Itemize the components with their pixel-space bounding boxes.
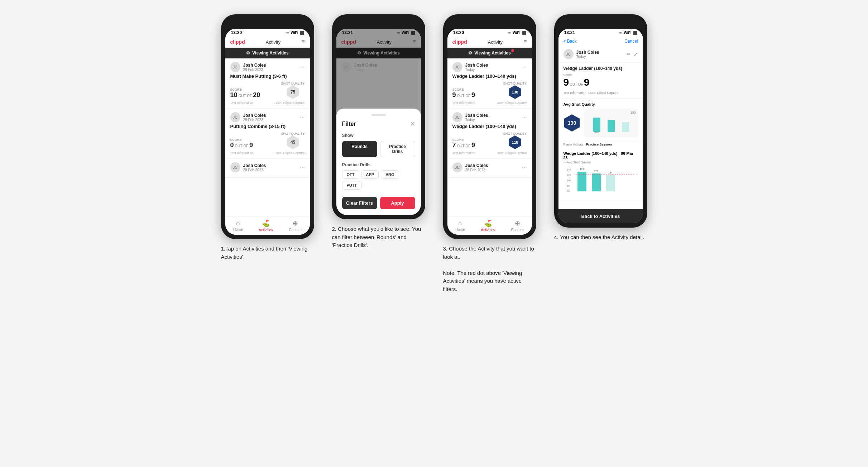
- nav-home-1[interactable]: ⌂ Home: [233, 219, 243, 232]
- dots-menu-3-2[interactable]: ···: [522, 114, 527, 120]
- nav-activities-3[interactable]: ⛳ Activities: [481, 219, 495, 232]
- user-info-1-1: JC Josh Coles 28 Feb 2023: [230, 62, 266, 72]
- rounds-btn-2[interactable]: Rounds: [342, 141, 377, 157]
- shot-quality-hex-3-2: 118: [508, 135, 522, 149]
- score-lbl-4: Score: [564, 73, 590, 77]
- red-dot-3: [511, 49, 514, 52]
- card-footer-3-1: Test Information Data: Clippd Capture: [452, 101, 527, 105]
- score-label-3-1: Score: [452, 88, 475, 91]
- activity-title-1-2: Putting Combine (3-15 ft): [230, 124, 305, 129]
- sub-chart-svg-4: 140 120 100 80 60 132 129 124: [564, 166, 638, 195]
- svg-text:129: 129: [594, 170, 598, 172]
- nav-activities-1[interactable]: ⛳ Activities: [259, 219, 273, 232]
- user-name-3-3: Josh Coles: [465, 163, 488, 168]
- test-info-4: Test Information: [564, 91, 586, 95]
- detail-scroll-4[interactable]: Wedge Ladder (100–140 yds) Score 9 OUT O…: [558, 62, 643, 209]
- battery-icon-3: ⬛: [522, 31, 526, 35]
- dots-menu-1-1[interactable]: ···: [300, 64, 304, 70]
- user-date-1-1: 28 Feb 2023: [243, 68, 266, 72]
- shot-quality-hex-3-1: 130: [508, 85, 522, 99]
- svg-rect-13: [606, 175, 615, 191]
- nav-home-label-1: Home: [233, 228, 243, 232]
- status-bar-3: 13:20 ▪▪▪ WiFi ⬛: [447, 29, 532, 37]
- nav-capture-3[interactable]: ⊕ Capture: [511, 219, 524, 232]
- outof-val-3-2: 9: [471, 142, 475, 149]
- back-to-activities-btn-4[interactable]: Back to Activities: [558, 209, 643, 223]
- svg-rect-0: [593, 118, 600, 132]
- back-btn-4[interactable]: < Back: [564, 39, 577, 44]
- practice-drills-btn-2[interactable]: Practice Drills: [380, 141, 415, 157]
- wifi-icon-3: WiFi: [513, 31, 520, 35]
- capture-icon-1: ⊕: [293, 219, 298, 227]
- status-icons-4: ▪▪▪ WiFi ⬛: [619, 31, 637, 35]
- practice-session-label-4: Player Activity · Practice Session: [558, 141, 643, 148]
- menu-icon-3[interactable]: ≡: [523, 39, 527, 45]
- filter-close-2[interactable]: ✕: [410, 120, 415, 128]
- activity-card-1-2[interactable]: JC Josh Coles 28 Feb 2023 ··· Putting Co…: [225, 109, 310, 159]
- stats-row-3-1: Score 9 OUT OF 9 Shot Quality 130: [452, 82, 527, 99]
- nav-activities-label-1: Activities: [259, 228, 273, 232]
- svg-text:120: 120: [567, 174, 571, 176]
- footer-left-3-2: Test Information: [452, 151, 475, 155]
- activity-card-1-1[interactable]: JC Josh Coles 28 Feb 2023 ··· Must Make …: [225, 58, 310, 109]
- score-val-1-2: 0: [230, 142, 234, 149]
- chip-app-2[interactable]: APP: [361, 170, 379, 179]
- nav-activities-label-3: Activities: [481, 228, 495, 232]
- capture-icon-3: ⊕: [515, 219, 520, 227]
- chip-putt-2[interactable]: PUTT: [342, 181, 362, 190]
- menu-icon-1[interactable]: ≡: [301, 39, 304, 45]
- activity-card-1-3[interactable]: JC Josh Coles 28 Feb 2023 ···: [225, 159, 310, 178]
- card-footer-3-2: Test Information Data: Clippd Capture: [452, 151, 527, 155]
- scroll-content-3[interactable]: JC Josh Coles Today ··· Wedge Ladder (10…: [447, 58, 532, 216]
- filter-handle-2: [371, 114, 386, 116]
- phone-section-3: 13:20 ▪▪▪ WiFi ⬛ clippd Activity ≡ ⚙ Vie…: [440, 14, 540, 293]
- activity-card-3-3[interactable]: JC Josh Coles 28 Feb 2023 ···: [447, 159, 532, 178]
- activity-title-1-1: Must Make Putting (3-6 ft): [230, 73, 305, 79]
- user-date-3-2: Today: [465, 118, 488, 122]
- svg-text:100: 100: [567, 179, 571, 182]
- nav-capture-1[interactable]: ⊕ Capture: [289, 219, 302, 232]
- filter-toggle-row-2: Rounds Practice Drills: [342, 141, 415, 157]
- edit-icon-4[interactable]: ✏: [627, 51, 631, 57]
- nav-capture-label-3: Capture: [511, 228, 524, 232]
- activity-card-3-2[interactable]: JC Josh Coles Today ··· Wedge Ladder (10…: [447, 109, 532, 159]
- phone-frame-3: 13:20 ▪▪▪ WiFi ⬛ clippd Activity ≡ ⚙ Vie…: [443, 14, 536, 239]
- dots-menu-1-2[interactable]: ···: [300, 114, 304, 120]
- activity-card-3-1[interactable]: JC Josh Coles Today ··· Wedge Ladder (10…: [447, 58, 532, 109]
- detail-user-info-4: JC Josh Coles Today: [564, 49, 599, 59]
- chip-arg-2[interactable]: ARG: [381, 170, 399, 179]
- dots-menu-3-1[interactable]: ···: [522, 64, 527, 70]
- status-time-4: 13:21: [564, 30, 575, 35]
- status-time-1: 13:20: [231, 30, 242, 35]
- battery-icon-4: ⬛: [633, 31, 637, 35]
- avg-shot-lbl-4: ··· Avg Shot Quality: [564, 161, 638, 164]
- apply-btn-2[interactable]: Apply: [380, 197, 415, 209]
- chip-ott-2[interactable]: OTT: [342, 170, 359, 179]
- nav-home-3[interactable]: ⌂ Home: [455, 219, 465, 232]
- footer-right-1-1: Data: Clippd Capture: [274, 101, 304, 105]
- detail-user-name-4: Josh Coles: [576, 50, 599, 55]
- viewing-activities-bar-3[interactable]: ⚙ Viewing Activities: [447, 48, 532, 58]
- activities-icon-1: ⛳: [262, 219, 270, 227]
- activity-title-3-2: Wedge Ladder (100–140 yds): [452, 124, 527, 129]
- home-icon-1: ⌂: [236, 219, 240, 227]
- phone-screen-2: 13:21 ▪▪▪ WiFi ⬛ clippd Activity ≡ ⚙ Vie…: [336, 29, 421, 215]
- viewing-activities-bar-1[interactable]: ⚙ Viewing Activities: [225, 48, 310, 58]
- clear-filters-btn-2[interactable]: Clear Filters: [342, 197, 377, 209]
- phone-frame-4: 13:21 ▪▪▪ WiFi ⬛ < Back Cancel JC Jo: [554, 14, 647, 228]
- status-bar-1: 13:20 ▪▪▪ WiFi ⬛: [225, 29, 310, 37]
- svg-rect-11: [592, 173, 601, 191]
- expand-icon-4[interactable]: ⤢: [634, 51, 638, 57]
- score-val-3-1: 9: [452, 91, 456, 99]
- app-header-1: clippd Activity ≡: [225, 37, 310, 48]
- dots-menu-3-3[interactable]: ···: [522, 164, 527, 171]
- dots-menu-1-3[interactable]: ···: [300, 164, 304, 171]
- shot-quality-hex-1-2: 45: [286, 135, 300, 149]
- svg-text:60: 60: [567, 190, 570, 192]
- filter-chips-2: OTT APP ARG PUTT: [342, 170, 415, 190]
- status-icons-3: ▪▪▪ WiFi ⬛: [508, 31, 526, 35]
- cancel-btn-4[interactable]: Cancel: [624, 39, 638, 44]
- footer-right-3-2: Data: Clippd Capture: [497, 151, 527, 155]
- scroll-content-1[interactable]: JC Josh Coles 28 Feb 2023 ··· Must Make …: [225, 58, 310, 216]
- logo-1: clippd: [230, 39, 245, 45]
